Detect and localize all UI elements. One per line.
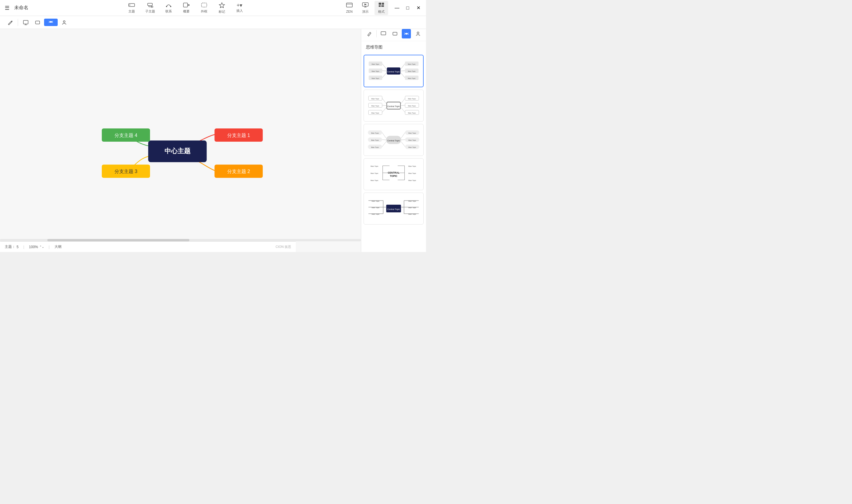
panel-divider (376, 30, 377, 37)
toolbar-present[interactable]: 演示 (359, 1, 372, 15)
svg-text:Main Topic: Main Topic (408, 112, 416, 114)
zoom-arrows[interactable]: ⌃⌄ (39, 245, 44, 249)
svg-text:Central Topic: Central Topic (387, 105, 400, 108)
canvas-scrollbar[interactable] (0, 239, 361, 241)
svg-text:TOPIC: TOPIC (390, 175, 397, 178)
main-toolbar: ☰ 未命名 主题 子主题 联系 概要 (0, 0, 426, 16)
toolbar-zen[interactable]: ZEN (343, 1, 356, 15)
template-preview-2: Central Topic Main Topic Main Topic Main… (366, 92, 421, 119)
toolbar-mark[interactable]: 标记 (213, 1, 231, 15)
svg-text:Main Topic: Main Topic (371, 112, 379, 114)
panel-person-icon[interactable] (413, 29, 422, 38)
relation-icon (165, 2, 172, 8)
topic-count-value: 5 (17, 245, 19, 249)
boundary-icon (201, 2, 207, 8)
svg-text:Main Topic: Main Topic (371, 139, 379, 141)
svg-rect-40 (381, 32, 386, 35)
toolbar-boundary[interactable]: 外框 (195, 1, 213, 15)
menu-icon[interactable]: ☰ (3, 3, 11, 13)
svg-text:Main Topic: Main Topic (371, 63, 379, 65)
zoom-control[interactable]: 100% ⌃⌄ (29, 245, 44, 249)
template-item-4[interactable]: CENTRAL TOPIC Main Topic Main Topic Main… (364, 158, 424, 190)
svg-text:Main Topic: Main Topic (371, 132, 379, 134)
template-preview-5: Central Topic Main Topic Main Topic Main… (366, 195, 421, 222)
svg-text:Main Topic: Main Topic (371, 98, 379, 100)
sub-toolbar (0, 16, 426, 29)
svg-rect-2 (148, 3, 152, 6)
maximize-button[interactable]: □ (403, 4, 412, 12)
svg-text:Main Topic: Main Topic (371, 70, 379, 72)
present-label: 演示 (362, 10, 368, 14)
svg-text:Main Topic: Main Topic (408, 213, 416, 215)
zoom-value: 100% (29, 245, 38, 249)
svg-rect-41 (393, 32, 397, 35)
svg-text:Main Topic: Main Topic (371, 213, 380, 215)
toolbar-topic[interactable]: 主题 (123, 1, 141, 15)
format-label: 格式 (378, 10, 385, 14)
toolbar-format[interactable]: 格式 (375, 1, 388, 15)
panel-icon-row (361, 29, 426, 41)
outline-btn[interactable]: 大纲 (54, 244, 61, 249)
mindmap-canvas[interactable]: 中心主题 分支主题 1 分支主题 2 分支主题 3 分支主题 4 主题： 5 (0, 29, 361, 252)
svg-line-46 (407, 34, 409, 35)
topic-icon (128, 2, 135, 8)
toolbar-summary-label: 概要 (183, 9, 189, 14)
subtb-divider1 (18, 19, 18, 26)
svg-rect-22 (381, 5, 384, 7)
svg-marker-12 (219, 3, 224, 8)
svg-text:Main Topic: Main Topic (408, 132, 416, 134)
panel-screen-icon[interactable] (379, 29, 388, 38)
subtb-mindmap[interactable] (44, 19, 58, 26)
branch1-text: 分支主题 1 (227, 132, 250, 138)
app-watermark: CION 扳思 (275, 245, 291, 249)
svg-text:Main Topic: Main Topic (408, 146, 416, 148)
svg-text:Main Topic: Main Topic (408, 63, 416, 65)
toolbar-topic-label: 主题 (128, 9, 135, 14)
toolbar-insert[interactable]: +▾ 插入 (231, 1, 249, 14)
present-icon (362, 2, 368, 9)
toolbar-subtopic[interactable]: 子主题 (141, 1, 160, 15)
template-item-2[interactable]: Central Topic Main Topic Main Topic Main… (364, 90, 424, 122)
toolbar-mark-label: 标记 (219, 10, 225, 14)
toolbar-insert-label: 插入 (236, 8, 243, 13)
template-item-3[interactable]: Central Topic Main Topic Main Topic Main… (364, 124, 424, 156)
toolbar-relation-label: 联系 (165, 9, 172, 14)
template-item-5[interactable]: Central Topic Main Topic Main Topic Main… (364, 193, 424, 224)
template-preview-3: Central Topic Main Topic Main Topic Main… (366, 127, 421, 153)
svg-rect-13 (346, 3, 352, 7)
panel-mindmap-icon[interactable] (402, 29, 411, 38)
mark-icon (219, 2, 225, 9)
panel-paint-icon[interactable] (365, 29, 374, 38)
subtb-paint[interactable] (5, 18, 15, 27)
subtb-screen[interactable] (20, 18, 31, 27)
subtb-rect[interactable] (32, 18, 43, 27)
svg-text:Main Topic: Main Topic (408, 165, 416, 167)
toolbar-relation[interactable]: 联系 (160, 1, 178, 15)
svg-text:Main Topic: Main Topic (371, 77, 379, 79)
svg-text:Main Topic: Main Topic (371, 207, 380, 209)
svg-text:Main Topic: Main Topic (371, 165, 379, 167)
svg-text:Main Topic: Main Topic (408, 173, 416, 174)
bottom-bar: 主题： 5 | 100% ⌃⌄ | 大纲 CION 扳思 (0, 241, 296, 252)
branch2-text: 分支主题 2 (227, 168, 250, 174)
svg-line-32 (52, 22, 53, 23)
svg-text:Main Topic: Main Topic (408, 139, 416, 141)
svg-point-47 (417, 32, 419, 34)
zen-label: ZEN (346, 10, 352, 13)
scrollbar-thumb[interactable] (47, 239, 189, 241)
svg-text:Main Topic: Main Topic (371, 105, 379, 107)
svg-text:Central Topic: Central Topic (387, 139, 400, 142)
svg-rect-20 (382, 3, 384, 5)
toolbar-summary[interactable]: 概要 (178, 1, 195, 15)
panel-rect-icon[interactable] (391, 29, 400, 38)
minimize-button[interactable]: — (393, 4, 401, 12)
svg-text:Main Topic: Main Topic (408, 98, 416, 100)
outline-label: 大纲 (54, 244, 61, 249)
svg-text:Central Topic: Central Topic (387, 208, 400, 211)
template-item-1[interactable]: Central Topic Main Topic Main Topic Main… (364, 55, 424, 87)
close-button[interactable]: ✕ (414, 4, 422, 12)
subtb-person[interactable] (59, 18, 70, 27)
svg-text:Main Topic: Main Topic (408, 77, 416, 79)
template-preview-4: CENTRAL TOPIC Main Topic Main Topic Main… (366, 161, 421, 187)
svg-text:Main Topic: Main Topic (371, 200, 380, 202)
